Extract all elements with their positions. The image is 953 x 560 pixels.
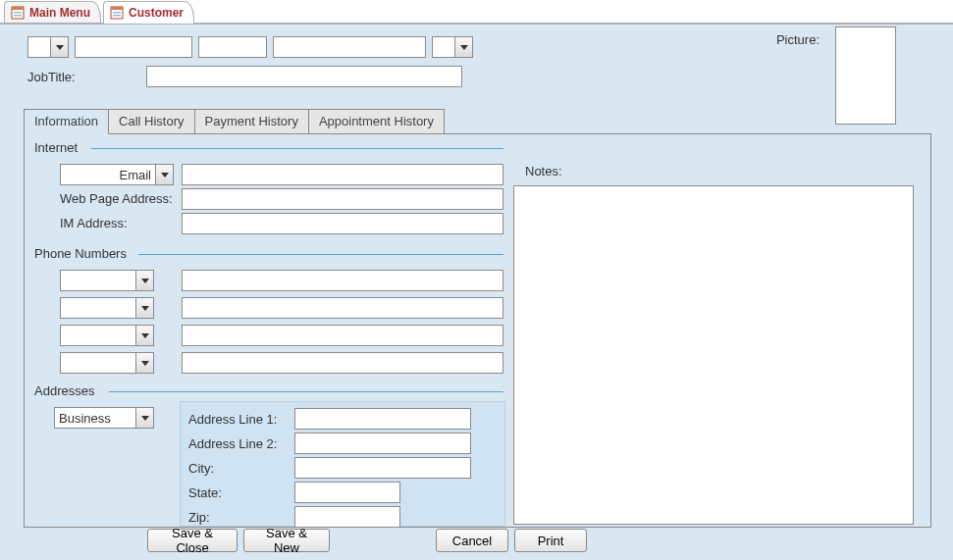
phone-type-combo[interactable] xyxy=(60,297,154,319)
form-body: JobTitle: Picture: Information Call Hist… xyxy=(0,24,953,560)
print-button[interactable]: Print xyxy=(514,529,587,552)
suffix-combo[interactable] xyxy=(432,36,473,58)
tab-label: Customer xyxy=(129,6,184,20)
svg-rect-1 xyxy=(12,7,24,10)
svg-rect-7 xyxy=(113,15,121,17)
email-type-value: Email xyxy=(61,168,155,182)
jobtitle-label: JobTitle: xyxy=(27,70,76,84)
im-label: IM Address: xyxy=(60,216,128,230)
first-name-input[interactable] xyxy=(75,36,192,58)
document-tab-bar: Main Menu Customer xyxy=(0,0,953,24)
phone-number-input[interactable] xyxy=(182,352,503,374)
address-panel: Address Line 1: Address Line 2: City: St… xyxy=(180,401,505,527)
jobtitle-row: JobTitle: xyxy=(27,66,462,87)
internet-group-label: Internet xyxy=(34,140,81,155)
jobtitle-input[interactable] xyxy=(146,66,462,87)
subtab-appointment-history[interactable]: Appointment History xyxy=(308,109,445,134)
chevron-down-icon xyxy=(135,326,153,345)
subtab-information[interactable]: Information xyxy=(24,109,109,134)
picture-box[interactable] xyxy=(835,26,896,125)
information-panel: Internet Email Web Page Address: IM Addr… xyxy=(24,133,931,528)
addresses-group-label: Addresses xyxy=(34,383,98,398)
phone-type-combo[interactable] xyxy=(60,325,154,346)
zip-input[interactable] xyxy=(294,506,400,528)
city-input[interactable] xyxy=(294,457,471,479)
phone-type-combo[interactable] xyxy=(60,352,154,374)
phone-group-label: Phone Numbers xyxy=(34,246,131,261)
tab-customer[interactable]: Customer xyxy=(103,1,194,23)
group-divider xyxy=(109,391,503,392)
last-name-input[interactable] xyxy=(273,36,426,58)
phone-number-input[interactable] xyxy=(182,325,503,346)
chevron-down-icon xyxy=(454,37,472,57)
chevron-down-icon xyxy=(155,165,173,184)
svg-rect-3 xyxy=(14,15,22,17)
group-divider xyxy=(91,148,503,149)
im-input[interactable] xyxy=(182,213,503,234)
phone-number-input[interactable] xyxy=(182,270,503,291)
form-icon xyxy=(110,6,124,20)
zip-label: Zip: xyxy=(188,510,294,525)
address-type-combo[interactable]: Business xyxy=(54,407,154,429)
svg-rect-5 xyxy=(111,7,123,10)
form-icon xyxy=(11,6,25,20)
group-divider xyxy=(138,254,503,255)
save-close-button[interactable]: Save & Close xyxy=(147,529,238,552)
subtab-call-history[interactable]: Call History xyxy=(108,109,194,134)
phone-type-combo[interactable] xyxy=(60,270,154,291)
svg-rect-6 xyxy=(113,12,121,14)
state-input[interactable] xyxy=(294,482,400,503)
name-row xyxy=(27,36,473,58)
chevron-down-icon xyxy=(135,353,153,373)
phone-number-input[interactable] xyxy=(182,297,503,319)
chevron-down-icon xyxy=(135,408,153,428)
address-line1-input[interactable] xyxy=(294,408,471,430)
save-new-button[interactable]: Save & New xyxy=(243,529,330,552)
tab-main-menu[interactable]: Main Menu xyxy=(4,1,101,23)
notes-label: Notes: xyxy=(525,164,562,178)
address-line1-label: Address Line 1: xyxy=(188,412,294,427)
subtab-payment-history[interactable]: Payment History xyxy=(194,109,309,134)
cancel-button[interactable]: Cancel xyxy=(436,529,508,552)
picture-label: Picture: xyxy=(776,32,820,47)
state-label: State: xyxy=(188,485,294,500)
address-line2-label: Address Line 2: xyxy=(188,436,294,451)
chevron-down-icon xyxy=(50,37,68,57)
address-line2-input[interactable] xyxy=(294,433,471,454)
middle-name-input[interactable] xyxy=(198,36,267,58)
svg-rect-2 xyxy=(14,12,22,14)
subtab-bar: Information Call History Payment History… xyxy=(24,109,444,134)
web-input[interactable] xyxy=(182,188,503,210)
chevron-down-icon xyxy=(135,298,153,318)
chevron-down-icon xyxy=(135,271,153,290)
web-label: Web Page Address: xyxy=(60,191,173,206)
address-type-value: Business xyxy=(55,411,135,426)
notes-textarea[interactable] xyxy=(513,185,914,525)
tab-label: Main Menu xyxy=(29,6,90,20)
title-combo[interactable] xyxy=(27,36,69,58)
spacer xyxy=(336,529,430,552)
button-row: Save & Close Save & New Cancel Print xyxy=(0,529,953,552)
city-label: City: xyxy=(188,461,294,476)
email-input[interactable] xyxy=(182,164,503,185)
email-type-combo[interactable]: Email xyxy=(60,164,174,185)
